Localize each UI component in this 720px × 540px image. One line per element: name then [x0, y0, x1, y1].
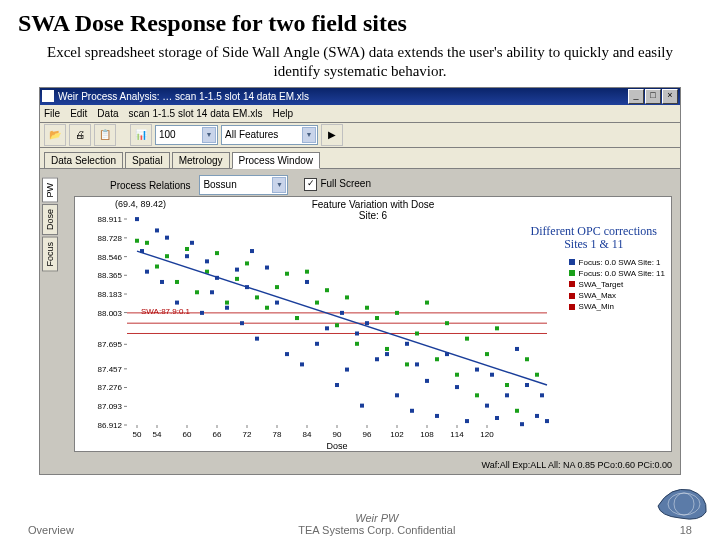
footer-left: Overview — [28, 524, 74, 536]
svg-rect-94 — [455, 385, 459, 389]
close-button[interactable]: × — [662, 89, 678, 104]
menu-dataset[interactable]: scan 1-1.5 slot 14 data EM.xls — [128, 108, 262, 119]
maximize-button[interactable]: □ — [645, 89, 661, 104]
svg-rect-95 — [465, 419, 469, 423]
svg-rect-72 — [275, 300, 279, 304]
go-icon[interactable]: ▶ — [321, 124, 343, 146]
sidetab-pw[interactable]: PW — [42, 178, 58, 203]
svg-rect-120 — [265, 305, 269, 309]
svg-text:88.183: 88.183 — [98, 290, 123, 299]
svg-rect-104 — [535, 413, 539, 417]
tab-data-selection[interactable]: Data Selection — [44, 152, 123, 168]
sidetab-dose[interactable]: Dose — [42, 204, 58, 235]
menu-data[interactable]: Data — [97, 108, 118, 119]
svg-rect-86 — [385, 352, 389, 356]
svg-rect-67 — [240, 321, 244, 325]
status-readout: Waf:All Exp:ALL All: NA 0.85 PCo:0.60 PC… — [482, 460, 672, 470]
svg-text:114: 114 — [450, 430, 464, 439]
svg-text:102: 102 — [390, 430, 404, 439]
svg-text:88.728: 88.728 — [98, 233, 123, 242]
svg-rect-134 — [405, 362, 409, 366]
svg-rect-90 — [415, 362, 419, 366]
svg-rect-56 — [160, 279, 164, 283]
svg-rect-132 — [385, 346, 389, 350]
svg-rect-85 — [375, 357, 379, 361]
svg-rect-138 — [445, 321, 449, 325]
svg-rect-103 — [525, 383, 529, 387]
minimize-button[interactable]: _ — [628, 89, 644, 104]
svg-rect-91 — [425, 378, 429, 382]
svg-rect-101 — [515, 346, 519, 350]
tab-spatial[interactable]: Spatial — [125, 152, 170, 168]
svg-rect-88 — [405, 341, 409, 345]
svg-text:66: 66 — [213, 430, 222, 439]
tab-metrology[interactable]: Metrology — [172, 152, 230, 168]
svg-rect-58 — [175, 300, 179, 304]
svg-rect-133 — [395, 310, 399, 314]
svg-rect-66 — [235, 267, 239, 271]
svg-text:60: 60 — [183, 430, 192, 439]
tab-strip: Data Selection Spatial Metrology Process… — [40, 148, 680, 169]
svg-text:88.365: 88.365 — [98, 271, 123, 280]
zoom-combo[interactable]: 100 — [155, 125, 218, 145]
svg-rect-139 — [455, 372, 459, 376]
svg-rect-121 — [275, 285, 279, 289]
svg-rect-98 — [490, 372, 494, 376]
chart-icon[interactable]: 📊 — [130, 124, 152, 146]
svg-rect-119 — [255, 295, 259, 299]
subtitle: Excel spreadsheet storage of Side Wall A… — [36, 43, 684, 81]
svg-rect-108 — [145, 240, 149, 244]
svg-rect-78 — [325, 326, 329, 330]
svg-rect-65 — [225, 305, 229, 309]
print-icon[interactable]: 🖨 — [69, 124, 91, 146]
footer-mid2: TEA Systems Corp. Confidential — [74, 524, 680, 536]
svg-rect-116 — [225, 300, 229, 304]
tab-process-window[interactable]: Process Window — [232, 152, 320, 169]
sidetab-focus[interactable]: Focus — [42, 237, 58, 272]
menu-file[interactable]: File — [44, 108, 60, 119]
svg-text:Dose: Dose — [326, 441, 347, 451]
svg-text:108: 108 — [420, 430, 434, 439]
relations-combo[interactable]: Bossun — [199, 175, 288, 195]
svg-text:120: 120 — [480, 430, 494, 439]
svg-rect-77 — [315, 341, 319, 345]
svg-text:72: 72 — [243, 430, 252, 439]
svg-rect-111 — [175, 279, 179, 283]
svg-rect-57 — [165, 235, 169, 239]
svg-rect-69 — [250, 249, 254, 253]
svg-rect-145 — [515, 408, 519, 412]
svg-rect-141 — [475, 393, 479, 397]
toolbar: 📂 🖨 📋 📊 100 All Features ▶ — [40, 123, 680, 148]
svg-rect-54 — [145, 269, 149, 273]
svg-rect-147 — [535, 372, 539, 376]
svg-text:88.003: 88.003 — [98, 308, 123, 317]
menubar: File Edit Data scan 1-1.5 slot 14 data E… — [40, 105, 680, 123]
clipboard-icon[interactable]: 📋 — [94, 124, 116, 146]
feature-combo[interactable]: All Features — [221, 125, 318, 145]
svg-rect-80 — [340, 310, 344, 314]
svg-rect-79 — [335, 383, 339, 387]
subpanel: Process Relations Bossun ✓Full Screen — [40, 169, 680, 197]
svg-text:84: 84 — [303, 430, 312, 439]
svg-rect-75 — [300, 362, 304, 366]
footer-mid1: Weir PW — [74, 512, 680, 524]
svg-rect-62 — [205, 259, 209, 263]
svg-rect-76 — [305, 279, 309, 283]
process-relations-label: Process Relations — [110, 179, 191, 190]
svg-rect-137 — [435, 357, 439, 361]
svg-text:87.695: 87.695 — [98, 340, 123, 349]
svg-rect-59 — [185, 254, 189, 258]
cursor-coord: (69.4, 89.42) — [115, 199, 166, 209]
menu-edit[interactable]: Edit — [70, 108, 87, 119]
menu-help[interactable]: Help — [272, 108, 293, 119]
svg-text:87.093: 87.093 — [98, 402, 123, 411]
fullscreen-checkbox[interactable]: ✓ — [304, 178, 317, 191]
svg-rect-100 — [505, 393, 509, 397]
svg-rect-144 — [505, 383, 509, 387]
footer-right: 18 — [680, 524, 692, 536]
svg-rect-115 — [215, 251, 219, 255]
open-icon[interactable]: 📂 — [44, 124, 66, 146]
svg-rect-142 — [485, 352, 489, 356]
svg-rect-129 — [355, 341, 359, 345]
scatter-plot: 86.91287.09387.27687.45787.69588.00388.1… — [75, 211, 671, 451]
